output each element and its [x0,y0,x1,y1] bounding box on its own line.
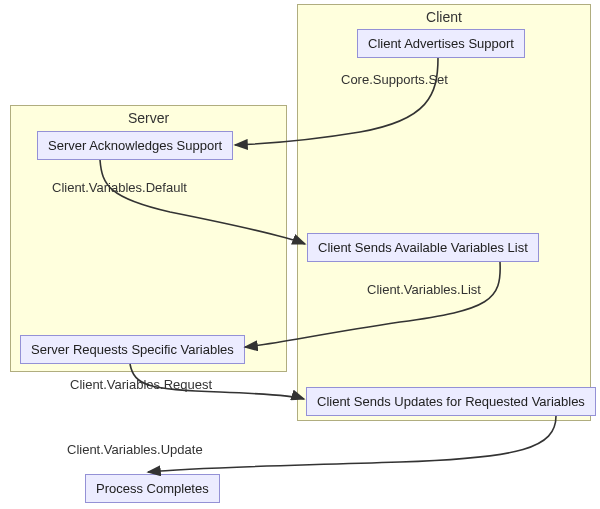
arrow-e5 [148,416,556,472]
node-client-sends-updates: Client Sends Updates for Requested Varia… [306,387,596,416]
flowchart-canvas: Client Server Client Advertises Support … [0,0,600,509]
node-client-advertises: Client Advertises Support [357,29,525,58]
node-server-ack: Server Acknowledges Support [37,131,233,160]
node-process-completes: Process Completes [85,474,220,503]
node-server-requests: Server Requests Specific Variables [20,335,245,364]
edge-label-client-variables-request: Client.Variables.Request [70,377,212,392]
group-client: Client [297,4,591,421]
node-client-sends-list: Client Sends Available Variables List [307,233,539,262]
group-client-title: Client [298,9,590,25]
edge-label-client-variables-update: Client.Variables.Update [67,442,203,457]
group-server-title: Server [11,110,286,126]
